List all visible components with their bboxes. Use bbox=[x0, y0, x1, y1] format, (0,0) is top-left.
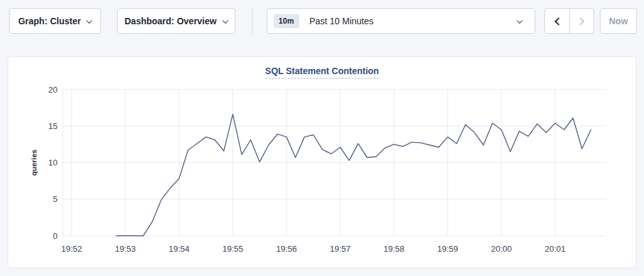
x-tick-label: 19:57 bbox=[330, 244, 351, 254]
x-tick-label: 19:59 bbox=[437, 244, 459, 254]
y-tick-label: 0 bbox=[53, 231, 58, 241]
y-tick-label: 15 bbox=[49, 121, 58, 131]
chevron-down-icon bbox=[517, 17, 523, 24]
graph-dropdown[interactable]: Graph: Cluster bbox=[9, 8, 101, 34]
time-range-label: Past 10 Minutes bbox=[310, 16, 373, 26]
prev-time-button[interactable] bbox=[545, 9, 569, 33]
x-tick-label: 19:55 bbox=[223, 244, 244, 254]
chevron-left-icon bbox=[554, 17, 563, 26]
time-nav-arrows bbox=[544, 8, 594, 34]
x-tick-label: 19:54 bbox=[169, 244, 190, 254]
x-tick-label: 19:53 bbox=[115, 244, 136, 254]
x-tick-label: 19:58 bbox=[384, 244, 405, 254]
y-tick-label: 10 bbox=[49, 158, 58, 167]
chevron-down-icon bbox=[86, 17, 93, 24]
x-tick-label: 19:52 bbox=[61, 244, 82, 254]
x-tick-label: 19:56 bbox=[276, 244, 297, 254]
chevron-right-icon bbox=[576, 17, 585, 26]
graph-dropdown-label: Graph: Cluster bbox=[18, 16, 81, 26]
now-button[interactable]: Now bbox=[600, 8, 637, 34]
dashboard-dropdown-label: Dashboard: Overview bbox=[125, 16, 217, 26]
y-axis-label: queries bbox=[30, 150, 38, 176]
time-range-selector[interactable]: 10m Past 10 Minutes bbox=[267, 8, 536, 34]
series-line-queries bbox=[116, 114, 591, 236]
time-range-badge: 10m bbox=[274, 14, 299, 28]
next-time-button[interactable] bbox=[569, 9, 593, 33]
x-tick-label: 20:00 bbox=[491, 244, 512, 254]
dashboard-dropdown[interactable]: Dashboard: Overview bbox=[117, 8, 235, 34]
y-tick-label: 20 bbox=[49, 85, 58, 95]
sql-statement-contention-card: SQL Statement Contention 0510152019:5219… bbox=[8, 56, 636, 268]
contention-line-chart: 0510152019:5219:5319:5419:5519:5619:5719… bbox=[8, 57, 637, 269]
toolbar: Graph: Cluster Dashboard: Overview 10m P… bbox=[0, 0, 644, 34]
x-tick-label: 20:01 bbox=[545, 244, 566, 254]
toolbar-divider bbox=[252, 8, 253, 34]
chevron-down-icon bbox=[222, 17, 228, 24]
y-tick-label: 5 bbox=[53, 194, 58, 204]
